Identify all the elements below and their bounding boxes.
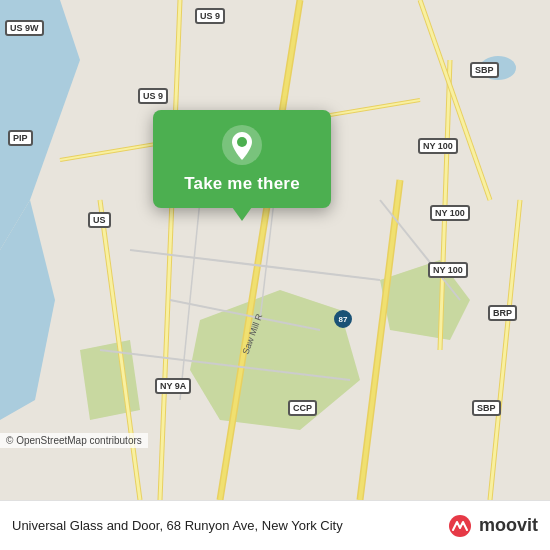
map-svg: Saw Mill R xyxy=(0,0,550,500)
road-badge-us9: US 9 xyxy=(195,8,225,24)
attribution-text: © OpenStreetMap contributors xyxy=(6,435,142,446)
moovit-logo: moovit xyxy=(445,514,538,538)
road-badge-i87: 87 xyxy=(334,310,352,328)
map-container: Saw Mill R US 9 US 9W US 9 NY 100 NY 100… xyxy=(0,0,550,500)
road-badge-pip: PIP xyxy=(8,130,33,146)
road-badge-us: US xyxy=(88,212,111,228)
road-badge-ny9a: NY 9A xyxy=(155,378,191,394)
road-badge-sbp-1: SBP xyxy=(470,62,499,78)
popup-card[interactable]: Take me there xyxy=(153,110,331,208)
road-badge-ny100-2: NY 100 xyxy=(430,205,470,221)
road-badge-ny100-1: NY 100 xyxy=(418,138,458,154)
address-text: Universal Glass and Door, 68 Runyon Ave,… xyxy=(12,518,445,533)
road-badge-ccp: CCP xyxy=(288,400,317,416)
road-badge-us9w: US 9W xyxy=(5,20,44,36)
popup-label: Take me there xyxy=(184,174,300,194)
moovit-logo-icon xyxy=(445,514,475,538)
map-attribution: © OpenStreetMap contributors xyxy=(0,433,148,448)
bottom-bar: Universal Glass and Door, 68 Runyon Ave,… xyxy=(0,500,550,550)
road-badge-us9-2: US 9 xyxy=(138,88,168,104)
road-badge-brp: BRP xyxy=(488,305,517,321)
road-badge-sbp-2: SBP xyxy=(472,400,501,416)
location-pin-icon xyxy=(221,124,263,166)
moovit-text: moovit xyxy=(479,515,538,536)
svg-point-31 xyxy=(237,137,247,147)
road-badge-ny100-3: NY 100 xyxy=(428,262,468,278)
